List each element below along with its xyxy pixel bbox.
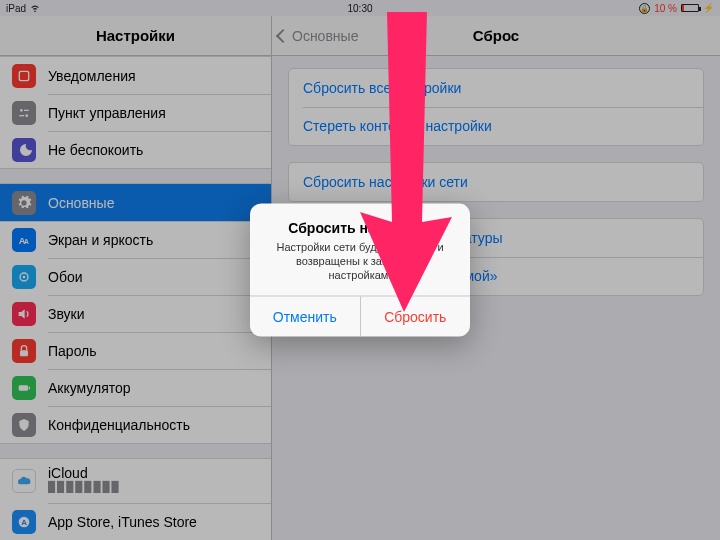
alert-dialog: Сбросить настройки Настройки сети будут … [250,204,470,337]
alert-message: Настройки сети будут удалены и возвращен… [264,240,456,282]
alert-confirm-button[interactable]: Сбросить [361,297,471,337]
device-frame: iPad 10:30 🔒 10 % ⚡ Настройки Уведомлени [0,0,720,540]
alert-title: Сбросить настройки [264,220,456,236]
alert-cancel-button[interactable]: Отменить [250,297,361,337]
